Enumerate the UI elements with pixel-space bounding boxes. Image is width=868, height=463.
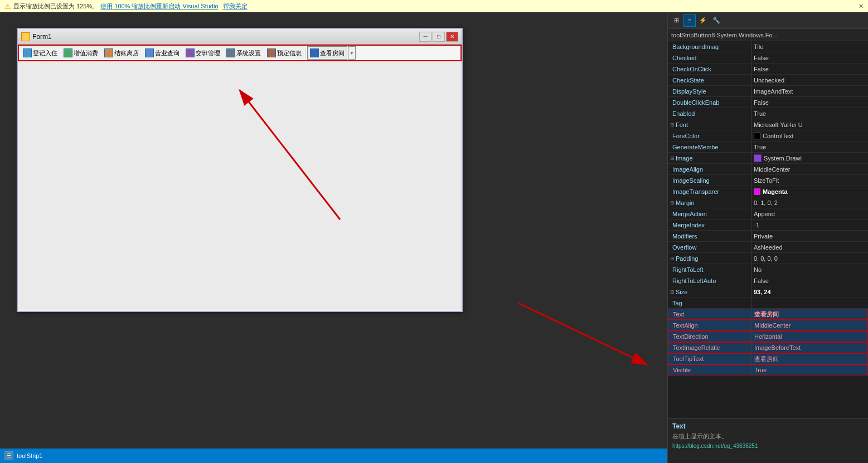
image-thumbnail	[754, 154, 762, 162]
prop-value-tooltiptext: 查看房间	[752, 354, 867, 364]
form-titlebar: F Form1 ─ □ ✕	[18, 29, 462, 45]
prop-row-tooltiptext: ToolTipText 查看房间	[668, 353, 868, 364]
props-sort-alpha-button[interactable]: ≡	[683, 14, 696, 27]
prop-name-imagescaling: ImageScaling	[668, 175, 751, 186]
bottom-status-bar: ☰ toolStrip1	[0, 449, 667, 463]
toolbar-separator	[306, 47, 306, 59]
settings-label: 系统设置	[236, 49, 261, 57]
prop-value-righttoleft: No	[751, 264, 868, 275]
prop-name-checked: Checked	[668, 52, 751, 63]
prop-name-modifiers: Modifiers	[668, 231, 751, 241]
help-link[interactable]: 帮我关定	[223, 2, 248, 11]
warning-icon: ⚠	[4, 2, 11, 11]
prop-row-backgroundimag: BackgroundImag Tile	[668, 41, 868, 52]
toolbar-btn-reservation[interactable]: 预定信息	[264, 46, 304, 60]
imagetransp-swatch	[754, 188, 760, 195]
prop-row-checkstate: CheckState Unchecked	[668, 75, 868, 86]
prop-name-visible: Visible	[668, 365, 752, 375]
prop-row-text[interactable]: Text 查看房间	[668, 309, 868, 320]
prop-row-mergeindex: MergeIndex -1	[668, 220, 868, 231]
warning-text: 显示缩放比例已设置为 125%。	[13, 2, 98, 11]
prop-value-tag	[751, 298, 868, 308]
viewroom-icon	[310, 48, 319, 57]
prop-name-checkonclik: CheckOnClick	[668, 64, 751, 74]
prop-name-righttoleftauto: RightToLeftAuto	[668, 275, 751, 286]
prop-name-textdirection: TextDirection	[668, 332, 752, 342]
prop-value-enabled: True	[751, 108, 868, 119]
prop-row-textalign: TextAlign MiddleCenter	[668, 320, 868, 331]
image-expand-icon: ⊞	[670, 155, 675, 161]
size-expand-icon: ⊞	[670, 289, 675, 295]
props-table[interactable]: BackgroundImag Tile Checked False CheckO…	[668, 41, 868, 418]
padding-expand-icon: ⊞	[670, 256, 675, 261]
toolbar-btn-shift[interactable]: 交班管理	[183, 46, 223, 60]
toolbar-btn-settings[interactable]: 系统设置	[224, 46, 264, 60]
checkout-label: 结账离店	[114, 49, 139, 57]
top-bar-close-button[interactable]: ✕	[859, 3, 864, 10]
prop-value-size: 93, 24	[751, 286, 868, 297]
font-expand-icon: ⊞	[670, 122, 675, 128]
prop-value-doubleclickenab: False	[751, 97, 868, 108]
prop-row-font: ⊞Font Microsoft YaHei U	[668, 119, 868, 130]
form-maximize-button[interactable]: □	[433, 32, 445, 42]
prop-value-mergeindex: -1	[751, 220, 868, 230]
consume-label: 增值消费	[74, 49, 98, 57]
prop-value-modifiers: Private	[751, 231, 868, 241]
query-icon	[145, 48, 154, 57]
prop-name-margin: ⊞Margin	[668, 197, 751, 208]
prop-value-overflow: AsNeeded	[751, 242, 868, 252]
checkin-icon	[23, 48, 32, 57]
prop-name-enabled: Enabled	[668, 108, 751, 119]
toolbar-btn-checkin[interactable]: 登记入住	[20, 46, 60, 60]
reservation-label: 预定信息	[277, 49, 302, 57]
props-pages-button[interactable]: 🔧	[710, 14, 722, 27]
props-title-text: toolStripButton8 System.Windows.Fo...	[671, 32, 778, 38]
prop-value-forecolor: ControlText	[751, 130, 868, 141]
prop-row-imagetransparer: ImageTransparer Magenta	[668, 186, 868, 197]
dropdown-arrow-icon: ▼	[350, 51, 354, 56]
toolbar-btn-query[interactable]: 营业查询	[142, 46, 182, 60]
prop-value-imagealign: MiddleCenter	[751, 164, 868, 174]
prop-value-displaystyle: ImageAndText	[751, 86, 868, 96]
props-desc-text: 在项上显示的文本。	[672, 432, 864, 441]
form-title: Form1	[32, 33, 417, 41]
prop-row-textimagerelatic: TextImageRelatic ImageBeforeText	[668, 342, 868, 353]
margin-expand-icon: ⊞	[670, 200, 675, 206]
prop-value-checkstate: Unchecked	[751, 75, 868, 85]
top-warning-bar: ⚠ 显示缩放比例已设置为 125%。 使用 100% 缩放比例重新启动 Visu…	[0, 0, 868, 12]
toolbar-btn-viewroom[interactable]: 查看房间	[307, 46, 347, 60]
form-body	[18, 61, 462, 310]
prop-row-tag: Tag	[668, 298, 868, 309]
prop-value-padding: 0, 0, 0, 0	[751, 253, 868, 264]
prop-row-mergeaction: MergeAction Append	[668, 208, 868, 220]
form-close-button[interactable]: ✕	[446, 32, 458, 42]
settings-icon	[226, 48, 235, 57]
prop-name-tooltiptext: ToolTipText	[668, 354, 752, 364]
toolbar-btn-checkout[interactable]: 结账离店	[101, 46, 142, 60]
prop-name-imagealign: ImageAlign	[668, 164, 751, 174]
prop-name-doubleclickenab: DoubleClickEnab	[668, 97, 751, 108]
props-title-bar: toolStripButton8 System.Windows.Fo...	[668, 29, 868, 41]
prop-value-text[interactable]: 查看房间	[752, 309, 867, 319]
prop-row-displaystyle: DisplayStyle ImageAndText	[668, 86, 868, 97]
props-toolbar: ⊞ ≡ ⚡ 🔧	[668, 12, 868, 29]
restart-link[interactable]: 使用 100% 缩放比例重新启动 Visual Studio	[100, 2, 218, 11]
prop-name-textalign: TextAlign	[668, 320, 752, 330]
props-sort-cat-button[interactable]: ⊞	[670, 14, 682, 27]
prop-row-margin: ⊞Margin 0, 1, 0, 2	[668, 197, 868, 208]
props-events-button[interactable]: ⚡	[697, 14, 709, 27]
prop-value-imagescaling: SizeToFit	[751, 175, 868, 186]
form-icon: F	[21, 32, 30, 41]
forecolor-swatch	[754, 133, 760, 139]
prop-value-generatemembe: True	[751, 142, 868, 152]
toolbar-btn-consume[interactable]: 增值消费	[61, 46, 101, 60]
form-minimize-button[interactable]: ─	[419, 32, 431, 42]
prop-value-textimagerelatic: ImageBeforeText	[752, 343, 867, 353]
toolbar-dropdown-button[interactable]: ▼	[348, 46, 356, 60]
props-desc-link[interactable]: https://blog.csdn.net/qq_43636251	[672, 443, 864, 449]
props-desc-title: Text	[672, 422, 864, 430]
props-description: Text 在项上显示的文本。 https://blog.csdn.net/qq_…	[668, 418, 868, 463]
prop-row-righttoleft: RightToLeft No	[668, 264, 868, 275]
prop-row-forecolor: ForeColor ControlText	[668, 130, 868, 142]
toolstrip-status-icon: ☰	[4, 451, 13, 460]
